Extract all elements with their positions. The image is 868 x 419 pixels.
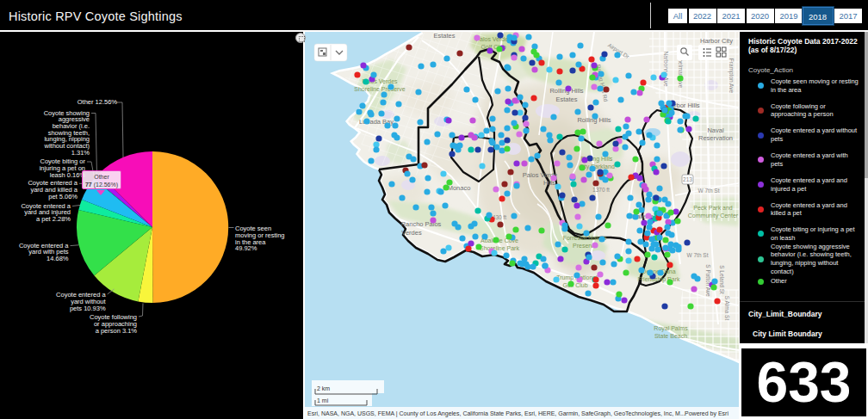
svg-text:Esri, NASA, NGA, USGS, FEMA |: Esri, NASA, NGA, USGS, FEMA | County of … xyxy=(307,410,685,417)
svg-text:Palos Verdes: Palos Verdes xyxy=(475,36,512,42)
svg-text:1 mi: 1 mi xyxy=(317,397,329,404)
svg-text:1370 ft: 1370 ft xyxy=(592,187,610,193)
svg-text:Peck Park and: Peck Park and xyxy=(693,205,733,211)
svg-text:W 7th St: W 7th St xyxy=(698,188,720,194)
svg-text:Golf Club: Golf Club xyxy=(562,282,587,288)
svg-text:Royal Palms: Royal Palms xyxy=(654,325,688,332)
svg-text:Estates: Estates xyxy=(433,32,455,40)
svg-text:S Alma St: S Alma St xyxy=(724,296,730,321)
svg-text:S Patton Ave: S Patton Ave xyxy=(705,264,711,297)
svg-text:State Beach: State Beach xyxy=(654,333,687,339)
svg-text:Shoreline Preserve: Shoreline Preserve xyxy=(354,86,406,92)
svg-text:Harbor City: Harbor City xyxy=(700,37,733,45)
svg-text:S Leland St: S Leland St xyxy=(719,265,725,294)
svg-text:Shoreline Park: Shoreline Park xyxy=(480,245,519,251)
svg-text:W 7th St: W 7th St xyxy=(687,252,709,258)
svg-text:Frampton Ave: Frampton Ave xyxy=(728,59,735,94)
svg-text:213: 213 xyxy=(683,176,692,182)
svg-text:Verdes: Verdes xyxy=(401,229,422,237)
svg-text:2 km: 2 km xyxy=(317,385,330,391)
svg-text:Monaco: Monaco xyxy=(448,184,471,192)
svg-text:Powered by Esri: Powered by Esri xyxy=(685,410,728,417)
svg-text:Naval: Naval xyxy=(707,126,724,134)
svg-text:Friendship Park: Friendship Park xyxy=(637,276,680,283)
svg-text:Estates: Estates xyxy=(555,96,577,103)
svg-text:Reservation: Reservation xyxy=(698,134,733,142)
svg-text:Narbonne Ave: Narbonne Ave xyxy=(663,51,669,86)
svg-text:Community Center: Community Center xyxy=(688,213,739,219)
